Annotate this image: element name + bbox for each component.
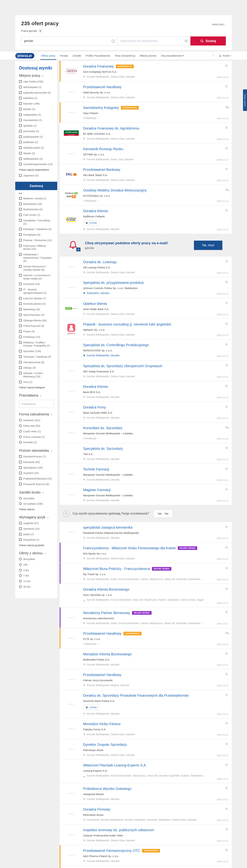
filter-option[interactable]: pomorskie (2) (19, 130, 54, 133)
filter-option[interactable]: opolskie (1) (19, 124, 54, 127)
filter-section-title[interactable]: Pracodawca ▲ (19, 393, 54, 397)
checkbox[interactable] (19, 228, 22, 230)
job-offer-card[interactable]: Niezależny Partner BiznesowyWŁASNY BIZNE… (60, 608, 232, 628)
save-offer-star-icon[interactable]: ★ (224, 259, 228, 264)
job-offer-title[interactable]: Konsultant ds. Sprzedaży (83, 426, 122, 430)
checkbox[interactable] (19, 324, 22, 327)
filter-option[interactable]: kujawsko-pomorskie (2) (19, 91, 54, 94)
radio[interactable] (19, 580, 22, 582)
radio[interactable] (19, 497, 22, 500)
filter-option[interactable]: Praca fizyczna (5) (19, 324, 54, 328)
checkbox[interactable] (19, 97, 22, 99)
checkbox[interactable] (19, 197, 22, 199)
locations-count-link[interactable]: 2 lokalizacje (83, 117, 96, 119)
save-offer-star-icon[interactable]: ★ (224, 786, 228, 790)
checkbox[interactable] (19, 119, 22, 121)
job-offer-card[interactable]: Inspektor terenowy ds. publicznych odtwo… (60, 825, 232, 845)
checkbox[interactable] (19, 483, 22, 485)
save-offer-star-icon[interactable]: ★ (224, 342, 228, 347)
checkbox[interactable] (19, 477, 22, 480)
job-offer-card[interactable]: Próbobiorca Wyrobu GotowegoVetoquinol Bi… (60, 783, 232, 804)
save-offer-star-icon[interactable]: ★ (224, 84, 228, 89)
filter-option[interactable]: Dyrektor/Prezes (7) (19, 455, 54, 458)
job-offer-location[interactable]: Świebodzin, lubuskie (83, 292, 206, 295)
save-offer-star-icon[interactable]: ★ (224, 742, 228, 746)
job-offer-card[interactable]: Agent UbezpieczeniowySUPEROFERTAPZU S.A.… (60, 866, 232, 868)
locations-count-link[interactable]: 2 lokalizacje (83, 437, 96, 440)
save-offer-star-icon[interactable]: ★ (224, 721, 228, 726)
nav-item-oferty-pracy[interactable]: Oferty pracy (39, 52, 58, 60)
checkbox[interactable] (19, 163, 22, 165)
job-offer-title[interactable]: Doradcy ds. Sprzedaży Produktów Finansow… (83, 693, 188, 698)
filter-option[interactable]: Obsługa klienta (45) (19, 319, 54, 322)
save-offer-star-icon[interactable]: ★ (224, 425, 228, 430)
filter-option[interactable]: Część etatu (1) (19, 430, 54, 433)
checkbox[interactable] (19, 102, 22, 105)
job-offer-title[interactable]: Doradca Firmy (83, 405, 106, 409)
save-offer-star-icon[interactable]: ★ (224, 827, 228, 832)
filter-option[interactable]: Badania i rozwój (1) (19, 197, 54, 200)
filter-option[interactable]: Marketing (16) (19, 308, 54, 311)
job-offer-card[interactable]: Magister FarmacjiManpower Gorzów Wielkop… (60, 485, 232, 505)
filter-option[interactable]: niemiecki (15) (19, 527, 54, 530)
filter-option[interactable]: Hotelarstwo / Gastronomia / Turystyka (5… (19, 253, 54, 262)
filter-section-title[interactable]: Forma zatrudnienia ▲ (19, 412, 54, 416)
checkbox[interactable] (19, 336, 22, 338)
filter-option[interactable]: Transport / Spedycja (3) (19, 355, 54, 359)
filter-option[interactable]: Specjalista (145) (19, 466, 54, 469)
save-offer-star-icon[interactable]: ★ (224, 63, 228, 68)
job-offer-card[interactable]: Przedstawiciel Farmaceutyczny OTCSUPEROF… (60, 845, 232, 866)
job-offer-location[interactable]: Gorzów Wielkopolski, lubuskie (83, 354, 206, 357)
filter-option[interactable]: Łańcuch dostaw (7) (19, 297, 54, 300)
save-offer-star-icon[interactable]: ★ (224, 280, 228, 284)
save-offer-star-icon[interactable]: ★ (224, 586, 228, 591)
filter-option[interactable]: lubuskie (196) (19, 102, 54, 105)
radio[interactable] (19, 425, 22, 427)
checkbox[interactable] (19, 274, 22, 277)
filter-option[interactable]: łódzkie (2) (19, 107, 54, 111)
save-offer-star-icon[interactable]: ★ (224, 301, 228, 305)
filter-option[interactable]: Zdrowie / Uroda / Rekreacja (19) (19, 372, 54, 378)
checkbox[interactable] (19, 330, 22, 333)
filter-option[interactable]: Inżynieria (19) (19, 282, 54, 286)
checkbox[interactable] (19, 157, 22, 160)
save-offer-star-icon[interactable]: ★ (224, 208, 228, 213)
save-offer-star-icon[interactable]: ★ (224, 487, 228, 492)
filter-option[interactable]: Produkcja (14) (19, 335, 54, 339)
filter-option[interactable]: Budownictwo (3) (19, 208, 54, 211)
job-offer-title[interactable]: Inspektor terenowy ds. publicznych odtwo… (83, 828, 154, 832)
save-offer-star-icon[interactable]: ★ (224, 466, 228, 471)
save-offer-star-icon[interactable]: ★ (224, 651, 228, 656)
job-offer-card[interactable]: Samodzielny KsięgowySUPEROFERTAHays Pola… (60, 102, 232, 123)
remove-filter-button[interactable]: x (38, 29, 42, 33)
save-offer-star-icon[interactable]: ★ (224, 630, 228, 635)
locations-count-link[interactable]: 2 lokalizacje (83, 643, 96, 645)
filter-option[interactable]: cała Polska (235) (19, 80, 54, 83)
job-offer-title[interactable]: Osobisty Mobilny Doradca Motoryzacyjny (83, 188, 147, 192)
checkbox[interactable] (19, 203, 22, 205)
filter-option[interactable]: 3 dni (19, 569, 54, 572)
job-offer-card[interactable]: Doradcy ds. Sprzedaży Produktów Finansow… (60, 690, 232, 718)
filter-section-title[interactable]: Oferty z okresu ▲ (19, 551, 54, 555)
job-offer-card[interactable]: Dyrektor Zespołu SprzedażyRekrutacja ukr… (60, 739, 232, 760)
checkbox[interactable] (19, 341, 22, 344)
employer-input[interactable] (19, 400, 54, 408)
job-offer-card[interactable]: Kierownik Rozwoju RynkuOPTIMA Sp. z o.o.… (60, 144, 232, 164)
nav-item-profile-pracodawców[interactable]: Profile Pracodawców (83, 52, 112, 60)
job-offer-card[interactable]: specjalista/ zastępca kierownikaRandstad… (60, 522, 232, 542)
job-offer-card[interactable]: Doradca FirmowyRekrutacja ukrytaCzerwień… (60, 804, 232, 824)
checkbox[interactable] (19, 472, 22, 474)
checkbox[interactable] (19, 214, 22, 216)
job-offer-title[interactable]: Przedstawiciel Farmaceutyczny OTC (83, 849, 140, 853)
job-offer-card[interactable]: Doradca FirmyBank Zachodni WBK S.A.Gorzó… (60, 402, 232, 422)
filter-option[interactable]: Kontrakt (2) (19, 441, 54, 444)
job-offer-title[interactable]: Opiekun klienta (83, 302, 107, 306)
job-offer-card[interactable]: Doradca Klienta BiznesowegoDuon Sprzedaż… (60, 584, 232, 607)
job-offer-card[interactable]: Doradca ds. LeasinguVB Leasing Polska S.… (60, 256, 232, 277)
job-offer-title[interactable]: Doradca Firmowy (83, 807, 110, 811)
checkbox[interactable] (19, 466, 22, 469)
checkbox[interactable] (19, 174, 22, 177)
job-offer-title[interactable]: Specjalista ds. przygotowania produkcji (83, 281, 144, 285)
checkbox[interactable] (19, 533, 22, 535)
apply-filters-button[interactable]: Zastosuj (15, 182, 57, 190)
